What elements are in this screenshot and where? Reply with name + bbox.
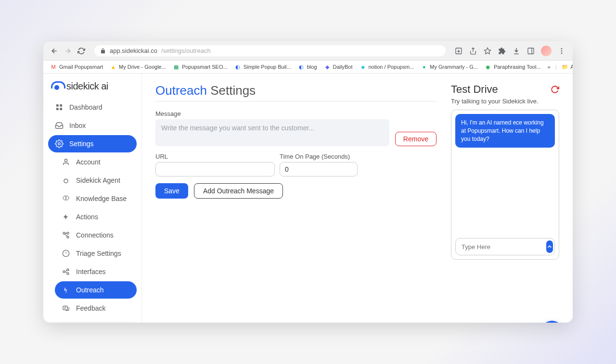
- grammarly-icon: ●: [421, 63, 427, 70]
- title-underline: [155, 101, 436, 101]
- gear-icon: [55, 139, 64, 148]
- reload-button[interactable]: [77, 47, 86, 55]
- sidebar-item-account[interactable]: Account: [55, 153, 137, 171]
- svg-rect-7: [56, 104, 59, 107]
- bookmark-paraphrase[interactable]: ◉Paraphrasing Tool...: [485, 63, 541, 70]
- sidebar-item-outreach[interactable]: Outreach: [55, 281, 137, 299]
- sidebar-label: Dashboard: [69, 103, 103, 111]
- bookmarks-separator: |: [555, 64, 557, 70]
- brain-icon: [62, 194, 70, 203]
- sheets-icon: ▦: [173, 63, 180, 70]
- browser-toolbar: app.sidekickai.co/settings/outreach: [43, 41, 573, 61]
- sidebar-label: Connections: [76, 231, 114, 239]
- share-icon[interactable]: [469, 47, 477, 55]
- folder-icon: 📁: [562, 63, 568, 70]
- url-input[interactable]: [155, 162, 275, 176]
- sidebar-item-settings[interactable]: Settings: [48, 135, 137, 152]
- svg-rect-9: [56, 108, 59, 110]
- bookmark-grammarly[interactable]: ●My Grammarly - G...: [421, 63, 478, 70]
- sidebar: sidekick ai Dashboard Inbox Settings Acc…: [43, 74, 142, 323]
- address-bar[interactable]: app.sidekickai.co/settings/outreach: [94, 45, 446, 56]
- sidebar-label: Inbox: [69, 122, 86, 129]
- interfaces-icon: [62, 267, 70, 276]
- sidebar-label: Outreach: [76, 286, 104, 294]
- bookmark-sheets[interactable]: ▦Popupsmart SEO...: [173, 63, 228, 70]
- sidebar-label: Interfaces: [76, 268, 105, 276]
- sidebar-label: Account: [76, 158, 101, 166]
- time-label: Time On Page (Seconds): [280, 153, 358, 160]
- bookmark-blog[interactable]: ◐blog: [298, 63, 317, 70]
- test-drive-title: Test Drive: [451, 83, 498, 96]
- remove-button[interactable]: Remove: [395, 132, 436, 146]
- chat-bubble-ai: Hi, I'm an AI named ece working at Popup…: [455, 114, 555, 148]
- chat-send-button[interactable]: [546, 240, 553, 253]
- page-title-rest: Settings: [207, 83, 256, 98]
- svg-point-6: [561, 52, 563, 54]
- chat-fab[interactable]: [541, 321, 563, 323]
- bookmarks-overflow[interactable]: »: [548, 64, 551, 70]
- sidebar-label: Triage Settings: [76, 250, 121, 257]
- bolt-icon: [62, 213, 70, 221]
- drive-icon: ▲: [110, 63, 116, 70]
- settings-column: Outreach Settings Message Remove URL Tim…: [155, 83, 436, 313]
- test-drive-panel: Test Drive Try talking to your Sidekick …: [451, 83, 559, 313]
- refresh-icon[interactable]: [551, 85, 559, 94]
- add-outreach-button[interactable]: Add Outreach Message: [194, 183, 283, 199]
- svg-point-21: [67, 269, 69, 271]
- svg-rect-10: [60, 108, 62, 110]
- notion-icon: ◈: [359, 63, 366, 70]
- browser-actions: [454, 46, 566, 56]
- sidebar-item-actions[interactable]: Actions: [55, 208, 137, 226]
- download-icon[interactable]: [512, 47, 521, 55]
- browser-window: app.sidekickai.co/settings/outreach MGma…: [43, 41, 573, 323]
- sidebar-item-triage[interactable]: Triage Settings: [55, 245, 137, 262]
- wave-icon: [62, 286, 70, 294]
- chat-input[interactable]: [458, 241, 546, 252]
- sidebar-label: Settings: [69, 140, 94, 148]
- install-icon[interactable]: [454, 47, 463, 55]
- sidebar-item-agent[interactable]: Sidekick Agent: [55, 172, 137, 189]
- page-title: Outreach Settings: [155, 83, 436, 98]
- bookmark-popup[interactable]: ◐Simple Popup Buil...: [234, 63, 291, 70]
- bookmarks-bar: MGmail Popupsmart ▲My Drive - Google... …: [43, 61, 573, 74]
- bookmark-drive[interactable]: ▲My Drive - Google...: [110, 63, 166, 70]
- gmail-icon: M: [50, 63, 57, 70]
- agent-icon: [62, 176, 70, 185]
- test-drive-subtitle: Try talking to your Sidekick live.: [451, 98, 559, 105]
- connections-icon: [62, 231, 70, 239]
- app-content: sidekick ai Dashboard Inbox Settings Acc…: [43, 74, 573, 323]
- svg-point-12: [64, 159, 67, 162]
- profile-avatar[interactable]: [541, 46, 552, 56]
- user-icon: [62, 158, 70, 166]
- chat-messages: Hi, I'm an AI named ece working at Popup…: [455, 114, 555, 238]
- bookmark-gmail[interactable]: MGmail Popupsmart: [50, 63, 103, 70]
- bookmark-notion[interactable]: ◈notion / Popupsm...: [359, 63, 414, 70]
- popup-icon: ◐: [234, 63, 241, 70]
- svg-point-16: [67, 232, 69, 234]
- back-button[interactable]: [50, 47, 59, 55]
- all-bookmarks-button[interactable]: 📁All Bookmarks: [562, 63, 573, 70]
- sidebar-label: Feedback: [76, 304, 105, 312]
- sidebar-item-inbox[interactable]: Inbox: [48, 117, 137, 134]
- svg-point-22: [67, 273, 69, 275]
- sidebar-item-connections[interactable]: Connections: [55, 226, 137, 244]
- bookmark-star-icon[interactable]: [483, 47, 492, 55]
- sidebar-item-feedback[interactable]: Feedback: [55, 300, 137, 317]
- sidebar-item-knowledge[interactable]: Knowledge Base: [55, 190, 137, 207]
- sidebar-item-dashboard[interactable]: Dashboard: [48, 99, 137, 116]
- message-input[interactable]: [155, 119, 389, 146]
- bookmark-dailybot[interactable]: ◆DailyBot: [324, 63, 353, 70]
- extensions-icon[interactable]: [498, 47, 506, 55]
- sidebar-item-interfaces[interactable]: Interfaces: [55, 263, 137, 280]
- time-input[interactable]: [280, 162, 358, 176]
- forward-button[interactable]: [64, 47, 72, 55]
- menu-icon[interactable]: [557, 47, 566, 55]
- svg-point-5: [561, 50, 563, 51]
- sidebar-divider: [50, 322, 135, 322]
- page-title-accent: Outreach: [155, 83, 207, 98]
- svg-rect-8: [60, 104, 62, 107]
- save-button[interactable]: Save: [155, 183, 188, 199]
- logo[interactable]: sidekick ai: [48, 80, 137, 99]
- logo-icon: [51, 80, 63, 92]
- panel-icon[interactable]: [526, 47, 535, 55]
